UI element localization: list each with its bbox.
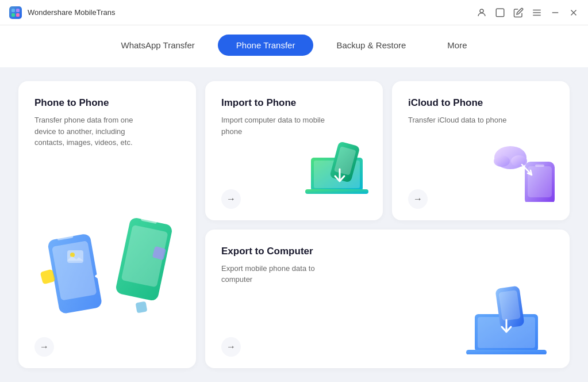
card-content: Phone to Phone Transfer phone data from … [34, 97, 180, 148]
card-arrow-export[interactable]: → [221, 337, 241, 357]
svg-point-32 [494, 155, 510, 167]
titlebar-controls [476, 7, 579, 18]
svg-point-4 [480, 9, 483, 13]
svg-rect-21 [67, 250, 83, 263]
minimize-icon[interactable] [550, 7, 560, 18]
svg-rect-20 [135, 301, 147, 314]
svg-rect-3 [16, 13, 20, 17]
card-title: Export to Computer [221, 246, 554, 257]
card-desc: Export mobile phone data to computer [221, 263, 325, 285]
card-content: Export to Computer Export mobile phone d… [221, 246, 554, 285]
titlebar-left: Wondershare MobileTrans [9, 6, 115, 19]
card-title: Import to Phone [221, 97, 367, 109]
card-arrow-phone-to-phone[interactable]: → [34, 337, 54, 357]
card-desc: Transfer phone data from one device to a… [34, 114, 138, 148]
profile-icon[interactable] [476, 7, 487, 18]
svg-rect-1 [16, 9, 20, 12]
card-desc: Import computer data to mobile phone [221, 114, 325, 137]
card-import-to-phone[interactable]: Import to Phone Import computer data to … [205, 81, 383, 220]
card-phone-to-phone[interactable]: Phone to Phone Transfer phone data from … [18, 81, 196, 368]
card-title: Phone to Phone [34, 97, 180, 109]
svg-rect-25 [305, 189, 368, 194]
card-content: Import to Phone Import computer data to … [221, 97, 367, 137]
app-title: Wondershare MobileTrans [28, 8, 115, 17]
app-icon [9, 6, 22, 19]
svg-rect-5 [496, 9, 504, 17]
card-arrow-import[interactable]: → [221, 189, 241, 209]
nav-bar: WhatsApp Transfer Phone Transfer Backup … [0, 25, 588, 67]
card-icloud-to-phone[interactable]: iCloud to Phone Transfer iCloud data to … [392, 81, 570, 220]
edit-icon[interactable] [513, 7, 524, 18]
window-icon[interactable] [495, 7, 505, 18]
tab-phone-transfer[interactable]: Phone Transfer [218, 35, 314, 56]
card-arrow-icloud[interactable]: → [408, 189, 428, 209]
svg-rect-36 [466, 350, 547, 354]
svg-rect-30 [535, 165, 544, 167]
svg-rect-0 [11, 9, 15, 12]
tab-backup-restore[interactable]: Backup & Restore [318, 35, 424, 56]
card-content: iCloud to Phone Transfer iCloud data to … [408, 97, 554, 126]
cards-grid: Phone to Phone Transfer phone data from … [18, 81, 570, 368]
titlebar: Wondershare MobileTrans [0, 0, 588, 25]
tab-more[interactable]: More [429, 35, 485, 56]
tab-whatsapp-transfer[interactable]: WhatsApp Transfer [102, 35, 213, 56]
card-title: iCloud to Phone [408, 97, 554, 109]
svg-point-33 [511, 155, 527, 167]
svg-rect-2 [11, 13, 15, 17]
card-export-to-computer[interactable]: Export to Computer Export mobile phone d… [205, 230, 570, 369]
main-content: Phone to Phone Transfer phone data from … [0, 67, 588, 382]
close-icon[interactable] [568, 7, 579, 18]
card-desc: Transfer iCloud data to phone [408, 114, 512, 126]
menu-icon[interactable] [532, 7, 542, 18]
